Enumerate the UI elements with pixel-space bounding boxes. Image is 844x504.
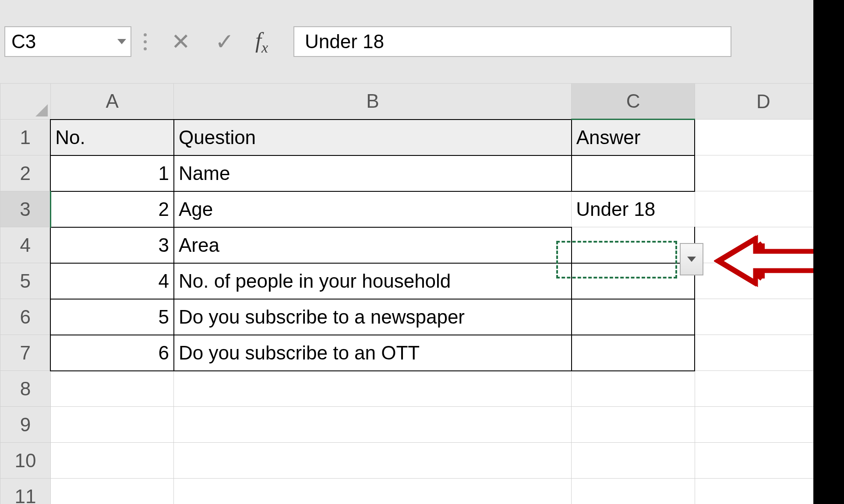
column-header-B[interactable]: B [174, 84, 572, 120]
table-row: 4 3 Area [0, 227, 832, 263]
table-row: 7 6 Do you subscribe to an OTT [0, 335, 832, 371]
cell-C8[interactable] [572, 371, 695, 407]
row-header-4[interactable]: 4 [0, 227, 51, 263]
cell-B10[interactable] [174, 443, 572, 479]
worksheet[interactable]: A B C D 1 No. Question Answer 2 1 Name 3… [0, 83, 832, 504]
column-header-D[interactable]: D [695, 84, 832, 120]
table-row: 5 4 No. of people in your household [0, 263, 832, 299]
cell-C1[interactable]: Answer [572, 120, 695, 155]
cell-A2[interactable]: 1 [50, 155, 174, 191]
cell-C11[interactable] [572, 479, 695, 504]
row-header-2[interactable]: 2 [0, 155, 51, 191]
formula-bar-resize-handle[interactable] [139, 33, 151, 50]
cell-A3[interactable]: 2 [50, 191, 174, 227]
cell-B5[interactable]: No. of people in your household [174, 263, 572, 299]
cell-A7[interactable]: 6 [50, 335, 174, 371]
cell-C6[interactable] [572, 299, 695, 335]
table-row: 9 [0, 407, 832, 443]
cell-B9[interactable] [174, 407, 572, 443]
row-header-10[interactable]: 10 [0, 443, 51, 479]
column-header-A[interactable]: A [50, 84, 174, 120]
row-header-6[interactable]: 6 [0, 299, 51, 335]
cell-B6[interactable]: Do you subscribe to a newspaper [174, 299, 572, 335]
cell-C4[interactable] [572, 227, 695, 263]
name-box-value: C3 [11, 31, 36, 53]
cell-A1[interactable]: No. [50, 120, 174, 155]
svg-marker-1 [719, 239, 826, 283]
name-box[interactable]: C3 [4, 26, 131, 57]
cell-B1[interactable]: Question [174, 120, 572, 155]
cell-A4[interactable]: 3 [50, 227, 174, 263]
row-header-5[interactable]: 5 [0, 263, 51, 299]
cell-C5[interactable] [572, 263, 695, 299]
cell-C9[interactable] [572, 407, 695, 443]
row-header-11[interactable]: 11 [0, 479, 51, 504]
cell-A5[interactable]: 4 [50, 263, 174, 299]
cell-D11[interactable] [695, 479, 832, 504]
cell-B3[interactable]: Age [174, 191, 572, 227]
confirm-icon[interactable]: ✓ [212, 28, 238, 55]
cell-D8[interactable] [695, 371, 832, 407]
cell-C10[interactable] [572, 443, 695, 479]
cell-A9[interactable] [50, 407, 174, 443]
table-row: 1 No. Question Answer [0, 120, 832, 155]
right-edge-mask [813, 0, 844, 504]
row-header-3[interactable]: 3 [0, 191, 51, 227]
row-header-1[interactable]: 1 [0, 120, 51, 155]
row-header-7[interactable]: 7 [0, 335, 51, 371]
spreadsheet-grid: A B C D 1 No. Question Answer 2 1 Name 3… [0, 83, 844, 504]
cell-A6[interactable]: 5 [50, 299, 174, 335]
fx-icon[interactable]: fx [255, 28, 268, 56]
cell-D7[interactable] [695, 335, 832, 371]
cell-A10[interactable] [50, 443, 174, 479]
cell-D3[interactable] [695, 191, 832, 227]
cell-D10[interactable] [695, 443, 832, 479]
data-validation-dropdown-button[interactable] [680, 243, 703, 275]
cancel-icon[interactable]: ✕ [168, 28, 194, 55]
column-header-C[interactable]: C [572, 84, 695, 120]
table-row: 11 [0, 479, 832, 504]
cell-B8[interactable] [174, 371, 572, 407]
cell-A11[interactable] [50, 479, 174, 504]
cell-D1[interactable] [695, 120, 832, 155]
cell-C3[interactable]: Under 18 [572, 191, 695, 227]
formula-input-value: Under 18 [305, 31, 384, 53]
row-header-8[interactable]: 8 [0, 371, 51, 407]
cell-B11[interactable] [174, 479, 572, 504]
cell-D6[interactable] [695, 299, 832, 335]
cell-C7[interactable] [572, 335, 695, 371]
cell-B7[interactable]: Do you subscribe to an OTT [174, 335, 572, 371]
formula-bar: C3 ✕ ✓ fx Under 18 [0, 0, 844, 83]
row-header-9[interactable]: 9 [0, 407, 51, 443]
cell-C2[interactable] [572, 155, 695, 191]
cell-D2[interactable] [695, 155, 832, 191]
select-all-corner[interactable] [0, 84, 51, 120]
table-row: 10 [0, 443, 832, 479]
column-header-row: A B C D [0, 84, 832, 120]
name-box-dropdown-icon[interactable] [117, 39, 126, 44]
table-row: 3 2 Age Under 18 [0, 191, 832, 227]
table-row: 6 5 Do you subscribe to a newspaper [0, 299, 832, 335]
table-row: 8 [0, 371, 832, 407]
cell-B4[interactable]: Area [174, 227, 572, 263]
cell-D9[interactable] [695, 407, 832, 443]
table-row: 2 1 Name [0, 155, 832, 191]
formula-input[interactable]: Under 18 [293, 26, 731, 57]
cell-A8[interactable] [50, 371, 174, 407]
formula-bar-buttons: ✕ ✓ fx [159, 28, 277, 56]
cell-B2[interactable]: Name [174, 155, 572, 191]
